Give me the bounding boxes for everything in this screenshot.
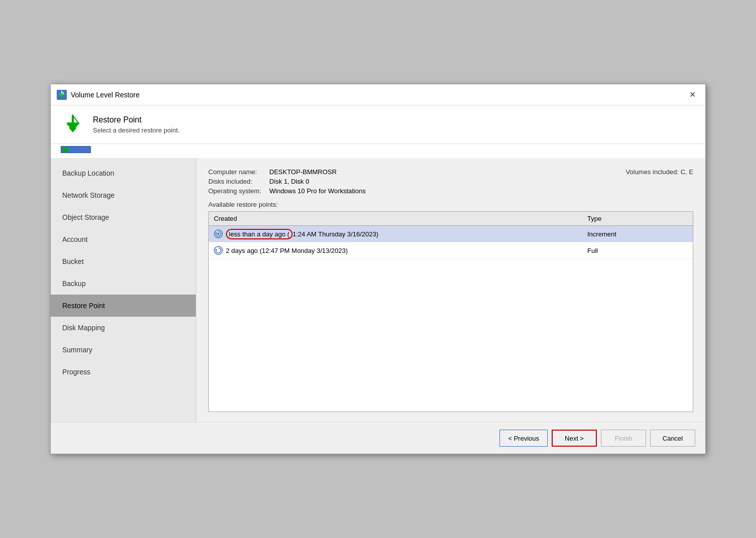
sidebar-item-account[interactable]: Account (51, 228, 196, 250)
row-2-created: 2 days ago (12:47 PM Monday 3/13/2023) (226, 247, 587, 254)
svg-point-12 (217, 233, 219, 235)
title-bar-left: Volume Level Restore (57, 90, 140, 100)
sidebar-item-backup-location[interactable]: Backup Location (51, 162, 196, 184)
row-1-highlight: less than a day ago ( (226, 229, 293, 239)
main-panel: Computer name: DESKTOP-BMMROSR Volumes i… (196, 158, 705, 422)
sidebar-item-summary[interactable]: Summary (51, 339, 196, 361)
info-grid: Computer name: DESKTOP-BMMROSR Volumes i… (208, 168, 693, 195)
volumes-value: C, E (681, 168, 693, 176)
sidebar: Backup Location Network Storage Object S… (51, 158, 196, 422)
computer-label: Computer name: (208, 168, 266, 176)
sidebar-item-progress[interactable]: Progress (51, 361, 196, 383)
table-row[interactable]: less than a day ago (1:24 AM Thursday 3/… (209, 226, 693, 242)
volumes-right: Volumes included: C, E (626, 168, 693, 176)
header-title: Restore Point (93, 115, 180, 124)
computer-value: DESKTOP-BMMROSR (266, 168, 626, 176)
sidebar-item-backup[interactable]: Backup (51, 273, 196, 295)
os-value: Windows 10 Pro for Workstations (266, 187, 626, 195)
header-section: Restore Point Select a desired restore p… (51, 105, 705, 144)
volume-level-restore-dialog: Volume Level Restore ✕ Restore Point Sel… (50, 84, 706, 454)
sidebar-item-restore-point[interactable]: Restore Point (51, 295, 196, 317)
sidebar-item-network-storage[interactable]: Network Storage (51, 184, 196, 206)
restore-point-icon-1 (214, 229, 223, 238)
col-created-header: Created (214, 215, 587, 222)
os-label: Operating system: (208, 187, 266, 195)
upload-arrow-icon (62, 113, 84, 136)
sidebar-item-bucket[interactable]: Bucket (51, 250, 196, 273)
row-2-type: Full (587, 247, 688, 254)
header-subtitle: Select a desired restore point. (93, 126, 180, 134)
progress-indicator (61, 146, 91, 153)
table-header: Created Type (209, 212, 693, 226)
next-button[interactable]: Next > (552, 430, 597, 447)
col-type-header: Type (587, 215, 688, 222)
progress-block (63, 148, 68, 152)
sidebar-item-disk-mapping[interactable]: Disk Mapping (51, 317, 196, 339)
row-1-created: less than a day ago (1:24 AM Thursday 3/… (226, 230, 587, 238)
header-text: Restore Point Select a desired restore p… (93, 115, 180, 134)
cancel-button[interactable]: Cancel (650, 430, 695, 447)
content-area: Backup Location Network Storage Object S… (51, 158, 705, 422)
volumes-label: Volumes included: (626, 168, 679, 176)
header-icon (61, 112, 85, 137)
restore-title-icon (57, 90, 67, 100)
title-bar: Volume Level Restore ✕ (51, 84, 705, 105)
progress-strip (51, 144, 705, 158)
table-row[interactable]: 2 days ago (12:47 PM Monday 3/13/2023) F… (209, 242, 693, 259)
sidebar-item-object-storage[interactable]: Object Storage (51, 206, 196, 228)
dialog-title: Volume Level Restore (71, 91, 140, 99)
disks-value: Disk 1, Disk 0 (266, 178, 626, 185)
row-1-type: Increment (587, 230, 688, 238)
close-button[interactable]: ✕ (685, 88, 699, 102)
available-restore-points-label: Available restore points: (208, 201, 693, 208)
restore-table: Created Type less than a day ago (1:24 A… (208, 211, 693, 412)
disks-label: Disks included: (208, 178, 266, 185)
restore-point-icon-2 (214, 246, 223, 255)
previous-button[interactable]: < Previous (499, 430, 548, 447)
finish-button[interactable]: Finish (601, 430, 646, 447)
footer: < Previous Next > Finish Cancel (51, 422, 705, 454)
